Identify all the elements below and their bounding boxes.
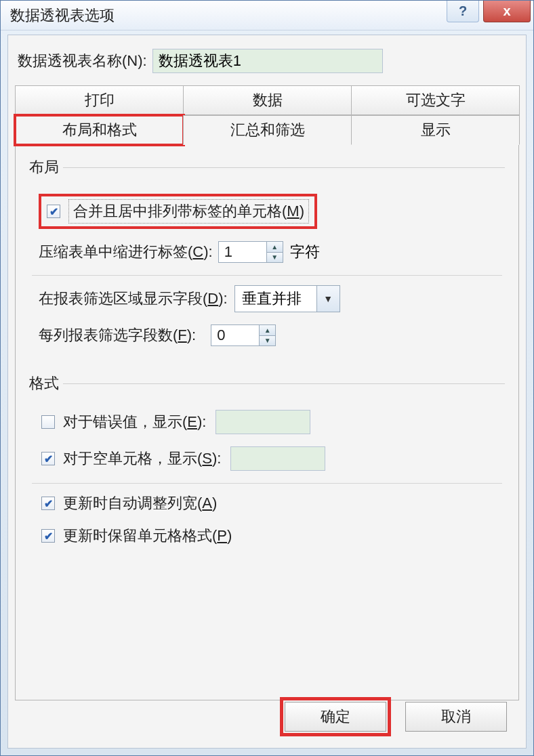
cancel-button[interactable]: 取消 <box>405 702 507 732</box>
fields-label: 在报表筛选区域显示字段(D): <box>39 289 228 309</box>
tab-data[interactable]: 数据 <box>183 85 352 115</box>
error-row: 对于错误值，显示(E): <box>41 410 502 434</box>
titlebar-buttons: ? x <box>447 1 533 22</box>
pivot-name-row: 数据透视表名称(N): <box>8 35 526 85</box>
help-button[interactable]: ? <box>447 1 479 22</box>
merge-row: 合并且居中排列带标签的单元格(M) <box>39 194 502 229</box>
dialog-client: 数据透视表名称(N): 打印 数据 可选文字 布局和格式 汇总和筛选 显示 布局 <box>7 35 527 749</box>
fields-value: 垂直并排 <box>235 286 316 312</box>
indent-row: 压缩表单中缩进行标签(C): ▲ ▼ 字符 <box>39 241 502 263</box>
window-title: 数据透视表选项 <box>10 5 115 26</box>
ok-button[interactable]: 确定 <box>285 702 386 732</box>
perrow-label: 每列报表筛选字段数(F): <box>39 325 196 345</box>
fields-combobox[interactable]: 垂直并排 ▼ <box>234 285 340 312</box>
tab-print[interactable]: 打印 <box>15 85 184 115</box>
autofit-label: 更新时自动调整列宽(A) <box>63 493 217 513</box>
titlebar: 数据透视表选项 ? x <box>1 1 533 30</box>
tab-display[interactable]: 显示 <box>351 115 520 145</box>
perrow-spinner[interactable]: ▲ ▼ <box>211 324 276 346</box>
tab-layout-format[interactable]: 布局和格式 <box>15 115 184 145</box>
dialog-window: 数据透视表选项 ? x 数据透视表名称(N): 打印 数据 可选文字 布局和格式… <box>0 0 534 756</box>
fields-row: 在报表筛选区域显示字段(D): 垂直并排 ▼ <box>39 285 502 312</box>
spinner-down-icon[interactable]: ▼ <box>260 336 275 346</box>
tab-content-layout-format: 布局 合并且居中排列带标签的单元格(M) 压缩表单中缩进行标签(C): <box>15 145 519 700</box>
error-checkbox[interactable] <box>41 415 55 429</box>
empty-label: 对于空单元格，显示(S): <box>63 448 221 469</box>
tabs: 打印 数据 可选文字 布局和格式 汇总和筛选 显示 布局 合并且居中排列带标签的 <box>8 85 526 700</box>
autofit-row: 更新时自动调整列宽(A) <box>41 493 502 513</box>
preserve-checkbox[interactable] <box>41 529 55 543</box>
empty-row: 对于空单元格，显示(S): <box>41 446 502 471</box>
error-value-input[interactable] <box>215 410 310 434</box>
group-format-legend: 格式 <box>29 373 63 394</box>
pivot-name-label: 数据透视表名称(N): <box>18 51 147 71</box>
tab-row-2: 布局和格式 汇总和筛选 显示 <box>15 115 519 145</box>
tab-row-1: 打印 数据 可选文字 <box>15 85 519 115</box>
spinner-down-icon[interactable]: ▼ <box>267 253 283 263</box>
perrow-row: 每列报表筛选字段数(F): ▲ ▼ <box>39 324 502 346</box>
group-layout: 布局 合并且居中排列带标签的单元格(M) 压缩表单中缩进行标签(C): <box>29 157 505 364</box>
dialog-buttons: 确定 取消 <box>285 702 507 732</box>
divider <box>32 483 502 484</box>
empty-checkbox[interactable] <box>41 452 55 465</box>
group-format: 格式 对于错误值，显示(E): 对于空单元格，显示(S): <box>29 373 505 564</box>
indent-label: 压缩表单中缩进行标签(C): <box>39 242 213 262</box>
merge-label: 合并且居中排列带标签的单元格(M) <box>68 199 309 224</box>
pivot-name-input[interactable] <box>152 49 383 73</box>
spinner-up-icon[interactable]: ▲ <box>260 325 275 336</box>
preserve-row: 更新时保留单元格格式(P) <box>41 526 502 546</box>
error-label: 对于错误值，显示(E): <box>63 412 206 432</box>
tab-totals-filters[interactable]: 汇总和筛选 <box>183 115 352 145</box>
indent-spinner[interactable]: ▲ ▼ <box>218 241 283 263</box>
merge-checkbox[interactable] <box>47 205 60 218</box>
group-layout-legend: 布局 <box>29 157 63 177</box>
divider <box>32 275 502 276</box>
empty-value-input[interactable] <box>230 446 325 471</box>
merge-highlight: 合并且居中排列带标签的单元格(M) <box>39 194 317 229</box>
spinner-up-icon[interactable]: ▲ <box>267 242 283 253</box>
perrow-input[interactable] <box>211 325 259 345</box>
autofit-checkbox[interactable] <box>41 497 55 510</box>
chevron-down-icon[interactable]: ▼ <box>316 286 340 312</box>
tab-alttext[interactable]: 可选文字 <box>351 85 520 115</box>
indent-input[interactable] <box>219 242 266 262</box>
close-button[interactable]: x <box>483 1 531 22</box>
preserve-label: 更新时保留单元格格式(P) <box>63 526 232 546</box>
indent-suffix: 字符 <box>290 242 320 262</box>
